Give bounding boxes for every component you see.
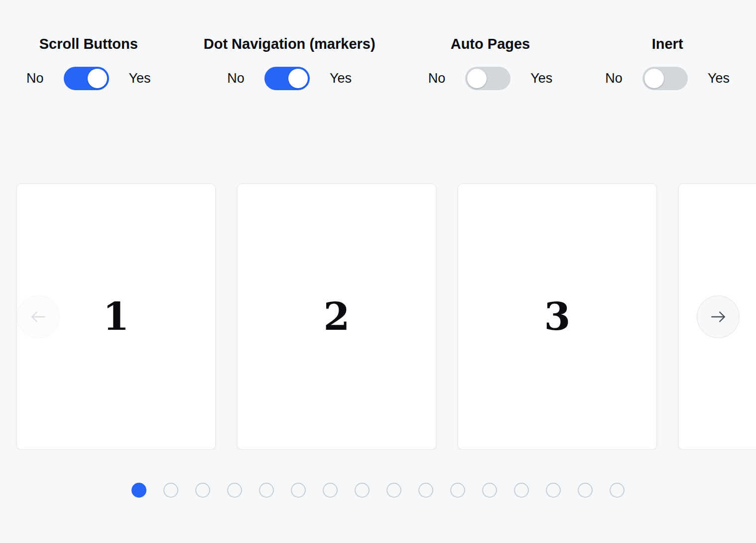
control-heading: Dot Navigation (markers) — [204, 35, 376, 53]
control-inert: Inert No Yes — [605, 35, 730, 90]
control-scroll-buttons: Scroll Buttons No Yes — [26, 35, 151, 90]
slide-number: 3 — [544, 294, 571, 339]
toggle-knob — [88, 69, 107, 88]
dot-marker[interactable] — [227, 483, 242, 498]
toggle-yes-label: Yes — [330, 71, 352, 86]
toggle-no-label: No — [26, 71, 44, 86]
toggle-yes-label: Yes — [708, 71, 730, 86]
dot-marker[interactable] — [578, 483, 593, 498]
dot-marker[interactable] — [610, 483, 625, 498]
scroll-buttons-toggle[interactable] — [64, 67, 109, 90]
next-page-button[interactable] — [697, 295, 740, 338]
dot-marker[interactable] — [546, 483, 561, 498]
toggle-knob — [288, 69, 308, 88]
carousel: 1 2 3 4 — [0, 183, 756, 450]
control-heading: Inert — [652, 35, 683, 53]
control-heading: Scroll Buttons — [39, 35, 138, 53]
toggle-yes-label: Yes — [530, 71, 552, 86]
carousel-slide: 2 — [237, 183, 436, 450]
toggle-no-label: No — [428, 71, 446, 86]
dot-marker[interactable] — [514, 483, 529, 498]
toggle-knob — [467, 69, 487, 88]
inert-toggle[interactable] — [642, 67, 688, 90]
right-arrow-icon — [709, 307, 728, 326]
slide-number: 2 — [324, 294, 350, 339]
slide-number: 1 — [103, 294, 129, 339]
carousel-slide: 3 — [458, 183, 657, 450]
toggle-no-label: No — [605, 71, 623, 86]
dot-navigation-toggle[interactable] — [264, 67, 310, 90]
dot-marker[interactable] — [386, 483, 401, 498]
controls-bar: Scroll Buttons No Yes Dot Navigation (ma… — [0, 0, 756, 90]
dot-marker[interactable] — [323, 483, 338, 498]
carousel-viewport[interactable]: 1 2 3 4 — [0, 183, 756, 450]
control-dot-navigation: Dot Navigation (markers) No Yes — [204, 35, 376, 90]
control-heading: Auto Pages — [451, 35, 530, 53]
dot-marker[interactable] — [482, 483, 497, 498]
dot-marker[interactable] — [259, 483, 274, 498]
toggle-knob — [644, 69, 664, 88]
dot-marker[interactable] — [355, 483, 370, 498]
dot-marker[interactable] — [291, 483, 306, 498]
toggle-no-label: No — [227, 71, 245, 86]
previous-page-button[interactable] — [17, 295, 60, 338]
control-auto-pages: Auto Pages No Yes — [428, 35, 553, 90]
dot-navigation — [0, 483, 756, 498]
dot-marker[interactable] — [163, 483, 178, 498]
dot-marker[interactable] — [450, 483, 465, 498]
dot-marker[interactable] — [131, 483, 146, 498]
dot-marker[interactable] — [195, 483, 210, 498]
auto-pages-toggle[interactable] — [465, 67, 510, 90]
left-arrow-icon — [29, 307, 48, 326]
dot-marker[interactable] — [418, 483, 433, 498]
toggle-yes-label: Yes — [129, 71, 151, 86]
